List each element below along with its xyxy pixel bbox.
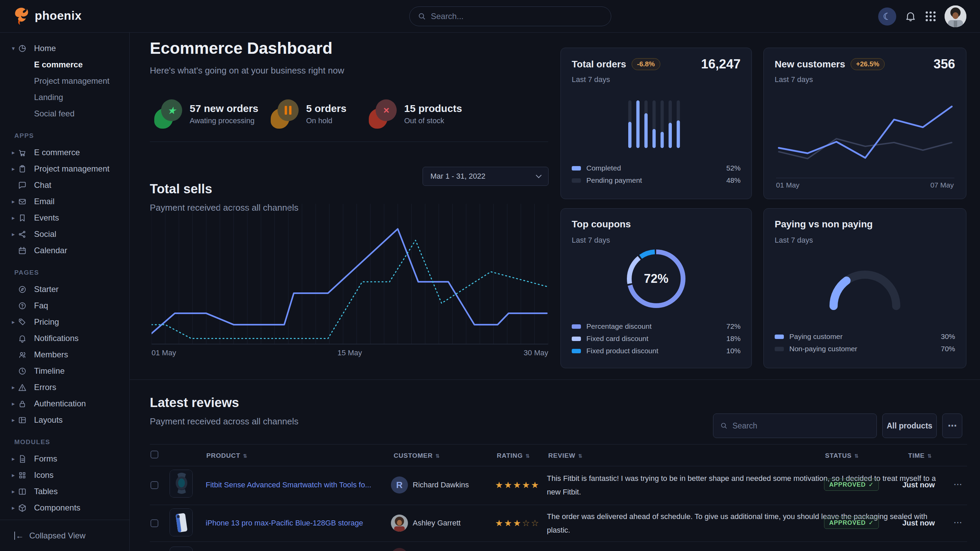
brand-name: phoenix <box>35 9 82 22</box>
sidebar-item-label: Layouts <box>34 415 63 425</box>
legend-swatch <box>572 349 581 353</box>
global-search[interactable] <box>409 6 611 26</box>
all-products-button[interactable]: All products <box>882 413 937 438</box>
sidebar-item-forms[interactable]: ▸Forms <box>0 451 129 467</box>
question-icon <box>18 301 31 310</box>
axis-label-start: 01 May <box>776 181 800 189</box>
sidebar-item-email[interactable]: ▸Email <box>0 193 129 210</box>
review-time: Just now <box>902 481 935 489</box>
row-actions-icon[interactable]: ⋯ <box>953 479 962 490</box>
reviews-table-header: PRODUCT⇅ CUSTOMER⇅ RATING⇅ REVIEW⇅ STATU… <box>150 444 967 466</box>
column-review[interactable]: REVIEW⇅ <box>548 452 582 459</box>
sidebar-item-e-commerce[interactable]: ▸E commerce <box>0 144 129 160</box>
table-row: Fitbit Sense Advanced Smartwatch with To… <box>150 466 967 503</box>
grid-icon <box>18 471 31 480</box>
caret-right-icon: ▸ <box>9 319 18 326</box>
notifications-button[interactable] <box>904 10 917 22</box>
reviews-search[interactable] <box>713 413 877 438</box>
apps-grid-button[interactable] <box>925 11 936 22</box>
new-customers-value: 356 <box>934 57 955 71</box>
caret-right-icon: ▸ <box>9 165 18 173</box>
main-content: Ecommerce Dashboard Here's what's going … <box>130 33 980 551</box>
sidebar-item-landing[interactable]: Landing <box>0 89 129 105</box>
date-range-select[interactable]: Mar 1 - 31, 2022 <box>423 167 549 186</box>
sidebar-item-project-management[interactable]: ▸Project management <box>0 160 129 177</box>
sidebar-item-faq[interactable]: Faq <box>0 297 129 314</box>
sidebar-item-label: Timeline <box>34 366 65 376</box>
row-checkbox[interactable] <box>151 481 158 489</box>
sidebar-item-label: Faq <box>34 301 48 310</box>
product-link[interactable]: iPhone 13 pro max-Pacific Blue-128GB sto… <box>206 519 363 527</box>
lock-icon <box>18 399 31 408</box>
date-range-value: Mar 1 - 31, 2022 <box>430 172 485 181</box>
cart-icon <box>18 148 31 157</box>
profile-avatar[interactable] <box>945 5 966 27</box>
sidebar-item-home[interactable]: ▾Home <box>0 40 129 57</box>
customer-avatar: R <box>391 476 408 494</box>
sidebar-item-icons[interactable]: ▸Icons <box>0 467 129 483</box>
sidebar-item-social[interactable]: ▸Social <box>0 226 129 242</box>
sidebar-item-tables[interactable]: ▸Tables <box>0 483 129 500</box>
sidebar-item-authentication[interactable]: ▸Authentication <box>0 395 129 412</box>
product-thumbnail[interactable] <box>170 546 193 551</box>
product-thumbnail[interactable] <box>170 508 193 537</box>
column-customer[interactable]: CUSTOMER⇅ <box>394 452 440 459</box>
column-product[interactable]: PRODUCT⇅ <box>206 452 248 459</box>
coupons-donut-chart: 72% <box>622 245 690 313</box>
more-options-button[interactable]: ⋯ <box>942 413 962 438</box>
calendar-icon <box>18 246 31 255</box>
collapsed-view-label: Collapsed View <box>29 531 86 540</box>
sidebar-item-errors[interactable]: ▸Errors <box>0 379 129 395</box>
stat-caption: On hold <box>306 116 346 125</box>
legend-value: 48% <box>726 176 741 184</box>
sidebar-item-events[interactable]: ▸Events <box>0 210 129 226</box>
card-title: Top coupons <box>572 219 631 230</box>
caret-right-icon: ▸ <box>9 456 18 462</box>
product-thumbnail[interactable] <box>170 470 193 497</box>
sidebar-item-chat[interactable]: Chat <box>0 177 129 193</box>
row-checkbox[interactable] <box>151 519 158 527</box>
sidebar-item-project-management[interactable]: Project management <box>0 73 129 89</box>
sidebar-item-social-feed[interactable]: Social feed <box>0 105 129 122</box>
column-status[interactable]: STATUS⇅ <box>825 452 859 459</box>
sidebar-item-label: Home <box>34 44 56 53</box>
legend-label: Paying customer <box>789 332 842 341</box>
global-search-input[interactable] <box>431 11 603 21</box>
column-time[interactable]: TIME⇅ <box>908 452 932 459</box>
top-navbar: phoenix ☾ <box>0 0 980 33</box>
legend-swatch <box>572 324 581 329</box>
sidebar-item-label: Project management <box>34 164 109 173</box>
sidebar-item-timeline[interactable]: Timeline <box>0 363 129 379</box>
customer-photo <box>391 514 408 532</box>
card-period: Last 7 days <box>775 75 813 84</box>
sidebar-item-e-commerce[interactable]: E commerce <box>0 57 129 73</box>
collapsed-view-toggle[interactable]: ← Collapsed View <box>0 520 129 551</box>
search-icon <box>720 422 728 430</box>
sidebar-item-pricing[interactable]: ▸Pricing <box>0 314 129 330</box>
reviews-search-input[interactable] <box>732 421 870 430</box>
caret-right-icon: ▸ <box>9 214 18 222</box>
navbar-actions: ☾ <box>878 0 966 33</box>
new-customers-line-chart <box>776 92 955 181</box>
donut-center-label: 72% <box>622 245 690 313</box>
column-rating[interactable]: RATING⇅ <box>497 452 530 459</box>
share-icon <box>18 230 31 239</box>
sidebar-item-notifications[interactable]: Notifications <box>0 330 129 346</box>
product-link[interactable]: Fitbit Sense Advanced Smartwatch with To… <box>206 481 371 489</box>
select-all-checkbox[interactable] <box>151 451 158 459</box>
sidebar-item-starter[interactable]: Starter <box>0 281 129 297</box>
row-actions-icon[interactable]: ⋯ <box>953 517 962 528</box>
new-orders-icon: ★ <box>154 99 182 129</box>
page-subtitle: Here's what's going on at your business … <box>150 65 344 76</box>
caret-right-icon: ▸ <box>9 231 18 238</box>
brand[interactable]: phoenix <box>12 6 82 25</box>
sidebar-item-calendar[interactable]: Calendar <box>0 242 129 259</box>
sidebar-item-components[interactable]: ▸Components <box>0 500 129 516</box>
box-icon <box>18 503 31 513</box>
sidebar-item-label: Notifications <box>34 333 79 343</box>
card-title: Paying vs non paying <box>775 219 873 230</box>
theme-toggle-button[interactable]: ☾ <box>878 8 896 25</box>
sidebar-item-members[interactable]: Members <box>0 346 129 363</box>
star-filled-icon: ★ <box>504 480 513 490</box>
sidebar-item-layouts[interactable]: ▸Layouts <box>0 412 129 428</box>
